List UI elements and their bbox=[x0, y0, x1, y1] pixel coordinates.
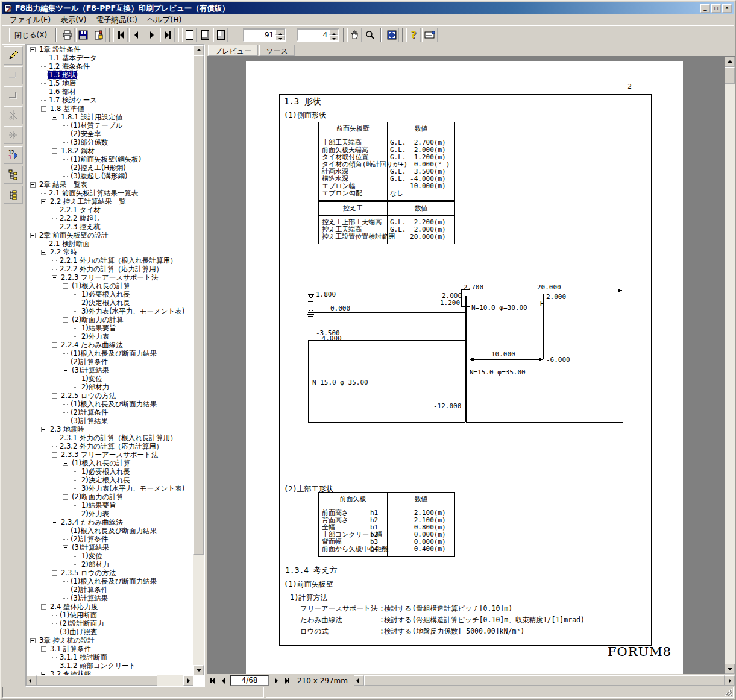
tree-item[interactable]: 2.2 常時 bbox=[27, 248, 193, 256]
tree-item[interactable]: (3)計算結果 bbox=[27, 543, 193, 552]
tree-item[interactable]: 2.3.5 ロウの方法 bbox=[27, 569, 193, 577]
collapse-icon[interactable] bbox=[63, 317, 68, 323]
page-indicator[interactable]: 4/68 bbox=[230, 675, 269, 686]
tree-item[interactable]: 2.1 前面矢板計算結果一覧表 bbox=[27, 189, 193, 197]
first-page-nav-button[interactable] bbox=[207, 676, 217, 686]
tree-structure-button[interactable] bbox=[4, 166, 23, 184]
tree-item[interactable]: 2.2.2 腹起し bbox=[27, 214, 193, 222]
merge-section-button[interactable] bbox=[4, 126, 23, 144]
tree-item[interactable]: 1.8.2 鋼材 bbox=[27, 147, 193, 155]
tree-item[interactable]: 1.8 基準値 bbox=[27, 104, 193, 113]
collapse-icon[interactable] bbox=[52, 342, 57, 348]
close-button[interactable]: 閉じる(X) bbox=[9, 28, 52, 42]
tree-item[interactable]: 1)結果要旨 bbox=[27, 324, 193, 332]
collapse-icon[interactable] bbox=[41, 604, 46, 610]
collapse-icon[interactable] bbox=[41, 199, 46, 204]
first-page-button[interactable] bbox=[113, 28, 128, 42]
tree-item[interactable]: 2.3.1 外力の計算（根入れ長計算用） bbox=[27, 434, 193, 442]
scroll-down-button[interactable] bbox=[193, 665, 204, 675]
zoom-down-button[interactable] bbox=[275, 35, 285, 40]
indent-right-button[interactable] bbox=[4, 86, 23, 104]
tree-item[interactable]: 2.3.3 フリーアースサポート法 bbox=[27, 450, 193, 459]
tree-hscrollbar[interactable] bbox=[27, 675, 193, 686]
edit-mode-button[interactable] bbox=[4, 46, 23, 65]
collapse-icon[interactable] bbox=[52, 393, 57, 399]
tree-item[interactable]: 1.3 形状 bbox=[27, 71, 193, 79]
collapse-icon[interactable] bbox=[63, 461, 68, 466]
print-button[interactable] bbox=[60, 28, 75, 42]
numbering-button[interactable]: 123 bbox=[4, 146, 23, 164]
tree-item[interactable]: (3)腹起し(溝形鋼) bbox=[27, 172, 193, 180]
tree-item[interactable]: 1)変位 bbox=[27, 552, 193, 560]
cut-section-button[interactable] bbox=[4, 106, 23, 124]
tree-item[interactable]: 2章 結果一覧表 bbox=[27, 180, 193, 189]
tree-item[interactable]: (1)材質テーブル bbox=[27, 121, 193, 130]
tree-item[interactable]: (1)根入れ長の計算 bbox=[27, 459, 193, 467]
collapse-icon[interactable] bbox=[63, 545, 68, 550]
menu-item[interactable]: ファイル(F) bbox=[5, 14, 55, 26]
preview-vscrollbar[interactable] bbox=[725, 57, 735, 674]
tree-item[interactable]: 1.5 地層 bbox=[27, 79, 193, 87]
tree-item[interactable]: 1.7 検討ケース bbox=[27, 96, 193, 104]
tree-item[interactable]: (1)根入れ長及び断面力結果 bbox=[27, 577, 193, 585]
page-down-button[interactable] bbox=[329, 35, 338, 40]
tree-item[interactable]: (1)根入れ長の計算 bbox=[27, 282, 193, 290]
scroll-thumb[interactable] bbox=[37, 675, 157, 686]
page-up-button[interactable] bbox=[329, 30, 338, 35]
prev-page-button[interactable] bbox=[129, 28, 143, 42]
menu-item[interactable]: ヘルプ(H) bbox=[142, 14, 187, 26]
close-window-button[interactable]: × bbox=[722, 4, 732, 13]
scroll-up-button[interactable] bbox=[193, 45, 204, 55]
tree-item[interactable]: 3)外力表(水平力、モーメント表) bbox=[27, 484, 193, 493]
scroll-up-button[interactable] bbox=[725, 57, 735, 67]
tree-item[interactable]: (1)根入れ長及び断面力結果 bbox=[27, 349, 193, 358]
tab-preview[interactable]: プレビュー bbox=[208, 45, 258, 56]
next-page-nav-button[interactable] bbox=[271, 676, 281, 686]
tree-item[interactable]: (2)計算条件 bbox=[27, 408, 193, 417]
tree-item[interactable]: 2)外力表 bbox=[27, 509, 193, 518]
tree-item[interactable]: (2)断面力の計算 bbox=[27, 493, 193, 501]
tree-item[interactable]: 2.3.2 外力の計算（応力計算用） bbox=[27, 442, 193, 450]
maximize-button[interactable]: □ bbox=[711, 4, 721, 13]
collapse-icon[interactable] bbox=[63, 283, 68, 289]
collapse-icon[interactable] bbox=[30, 638, 36, 643]
tree-item[interactable]: (3)曲げ照査 bbox=[27, 628, 193, 636]
collapse-icon[interactable] bbox=[63, 368, 68, 373]
prev-page-nav-button[interactable] bbox=[218, 676, 228, 686]
tab-source[interactable]: ソース bbox=[259, 45, 295, 56]
scroll-left-button[interactable] bbox=[354, 675, 364, 686]
tree-item[interactable]: 2)決定根入れ長 bbox=[27, 476, 193, 484]
collapse-icon[interactable] bbox=[63, 494, 68, 500]
tree-item[interactable]: (3)計算結果 bbox=[27, 366, 193, 374]
tree-item[interactable]: (2)控え工(H形鋼) bbox=[27, 163, 193, 172]
tree-item[interactable]: 1)変位 bbox=[27, 374, 193, 383]
tree-item[interactable]: 2)決定根入れ長 bbox=[27, 298, 193, 307]
tree-item[interactable]: 2章 前面矢板壁の設計 bbox=[27, 231, 193, 239]
tree-item[interactable]: 3.2 永続状態 bbox=[27, 670, 193, 675]
collapse-icon[interactable] bbox=[52, 148, 57, 154]
fit-window-button[interactable] bbox=[385, 28, 399, 42]
resize-grip[interactable] bbox=[725, 689, 732, 696]
tree-item[interactable]: 2.2.3 フリーアースサポート法 bbox=[27, 273, 193, 282]
tree-item[interactable]: (2)計算条件 bbox=[27, 585, 193, 594]
page-setup-button[interactable] bbox=[92, 28, 106, 42]
tree-item[interactable]: 3.1.2 頭部コンクリート bbox=[27, 661, 193, 670]
tree-item[interactable]: 2.4 壁体応力度 bbox=[27, 602, 193, 611]
tree-item[interactable]: 2.2.2 外力の計算（応力計算用） bbox=[27, 265, 193, 273]
tree-item[interactable]: (1)根入れ長及び断面力結果 bbox=[27, 400, 193, 408]
collapse-icon[interactable] bbox=[30, 233, 36, 238]
pan-button[interactable] bbox=[347, 28, 362, 42]
tree-item[interactable]: 2)外力表 bbox=[27, 332, 193, 341]
tree-item[interactable]: 1)結果要旨 bbox=[27, 501, 193, 509]
tree-item[interactable]: 2.2.1 外力の計算（根入れ長計算用） bbox=[27, 256, 193, 265]
save-button[interactable] bbox=[76, 28, 90, 42]
collapse-icon[interactable] bbox=[52, 570, 57, 576]
scroll-thumb[interactable] bbox=[364, 675, 725, 686]
tree-vscrollbar[interactable] bbox=[193, 45, 204, 675]
collapse-icon[interactable] bbox=[52, 115, 57, 120]
collapse-icon[interactable] bbox=[41, 250, 46, 255]
tree-item[interactable]: 1.6 部材 bbox=[27, 87, 193, 96]
last-page-button[interactable] bbox=[160, 28, 175, 42]
tree-item[interactable]: 3.1.1 検討断面 bbox=[27, 653, 193, 661]
scroll-down-button[interactable] bbox=[725, 664, 735, 674]
